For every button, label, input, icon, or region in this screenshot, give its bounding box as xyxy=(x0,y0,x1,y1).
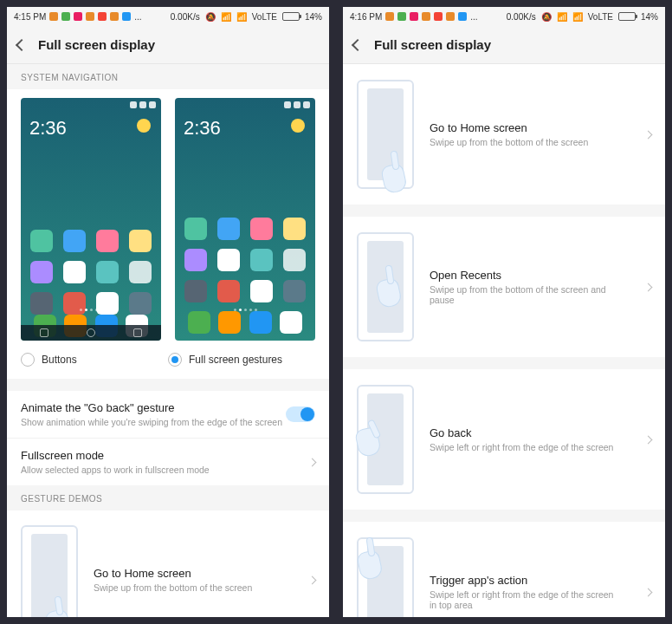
demo-subtitle: Swipe left or right from the edge of the… xyxy=(430,589,621,610)
page-header: Full screen display xyxy=(7,26,329,64)
sun-icon xyxy=(291,119,305,133)
gesture-illustration xyxy=(357,537,414,617)
chevron-right-icon xyxy=(644,435,653,444)
demo-go-back[interactable]: Go back Swipe left or right from the edg… xyxy=(343,369,665,510)
page-header: Full screen display xyxy=(343,26,665,64)
section-label-navigation: SYSTEM NAVIGATION xyxy=(7,64,329,89)
status-app-icon xyxy=(74,12,82,21)
status-battery-pct: 14% xyxy=(641,12,658,22)
status-app-icon xyxy=(49,12,58,21)
status-app-icon xyxy=(434,12,443,21)
status-app-icon xyxy=(86,12,94,21)
chevron-right-icon xyxy=(308,458,317,466)
demo-subtitle: Swipe up from the bottom of the screen xyxy=(94,582,285,593)
radio-icon xyxy=(21,353,35,367)
demo-go-to-home[interactable]: Go to Home screen Swipe up from the bott… xyxy=(7,510,329,617)
navigation-preview-row: 2:36 2:36 xyxy=(7,89,329,346)
back-icon[interactable] xyxy=(16,38,28,50)
radio-label: Buttons xyxy=(42,354,77,366)
demo-title: Open Recents xyxy=(430,269,621,282)
navigation-mode-radios: Buttons Full screen gestures xyxy=(7,346,329,379)
phone-left: 4:15 PM ... 0.00K/s 🔕 📶 📶 VoLTE 14% Full… xyxy=(7,7,329,617)
phone-right: 4:16 PM ... 0.00K/s 🔕 📶 📶 VoLTE 14% Full… xyxy=(343,7,665,617)
demo-go-to-home[interactable]: Go to Home screen Swipe up from the bott… xyxy=(343,64,665,205)
hand-icon xyxy=(355,544,384,579)
demo-title: Go to Home screen xyxy=(94,567,285,580)
status-more: ... xyxy=(470,12,477,22)
gesture-illustration xyxy=(21,525,78,617)
status-time: 4:16 PM xyxy=(350,12,382,22)
status-volte: VoLTE xyxy=(588,12,613,22)
scroll-content[interactable]: Go to Home screen Swipe up from the bott… xyxy=(343,64,665,617)
toggle-on-icon[interactable] xyxy=(286,406,315,422)
battery-icon xyxy=(618,12,636,21)
setting-animate-go-back[interactable]: Animate the "Go back" gesture Show anima… xyxy=(7,391,329,438)
hand-icon xyxy=(379,158,409,192)
demo-title: Go back xyxy=(430,426,621,439)
chevron-right-icon xyxy=(644,588,653,596)
demo-title: Go to Home screen xyxy=(430,121,621,134)
status-app-icon xyxy=(122,12,131,21)
page-title: Full screen display xyxy=(374,37,491,52)
chevron-right-icon xyxy=(644,283,653,291)
android-navbar xyxy=(21,325,161,341)
setting-subtitle: Allow selected apps to work in fullscree… xyxy=(21,465,300,475)
demo-subtitle: Swipe up from the bottom of the screen a… xyxy=(430,284,621,305)
back-icon[interactable] xyxy=(352,38,364,50)
radio-buttons[interactable]: Buttons xyxy=(21,353,168,367)
dnd-icon: 🔕 xyxy=(541,12,552,22)
wifi-icon: 📶 xyxy=(221,12,231,22)
setting-fullscreen-mode[interactable]: Fullscreen mode Allow selected apps to w… xyxy=(7,438,329,485)
status-app-icon xyxy=(422,12,430,21)
setting-title: Fullscreen mode xyxy=(21,449,300,462)
hand-icon xyxy=(43,603,73,617)
chevron-right-icon xyxy=(644,130,653,139)
status-bar: 4:15 PM ... 0.00K/s 🔕 📶 📶 VoLTE 14% xyxy=(7,7,329,26)
setting-title: Animate the "Go back" gesture xyxy=(21,401,286,414)
setting-subtitle: Show animation while you're swiping from… xyxy=(21,417,286,427)
preview-buttons[interactable]: 2:36 xyxy=(21,98,161,341)
signal-icon: 📶 xyxy=(572,12,583,22)
chevron-right-icon xyxy=(308,575,317,584)
wifi-icon: 📶 xyxy=(557,12,567,22)
status-app-icon xyxy=(385,12,394,21)
signal-icon: 📶 xyxy=(236,12,247,22)
radio-icon xyxy=(168,353,182,367)
status-app-icon xyxy=(98,12,107,21)
status-app-icon xyxy=(458,12,467,21)
page-title: Full screen display xyxy=(38,37,155,52)
status-bar: 4:16 PM ... 0.00K/s 🔕 📶 📶 VoLTE 14% xyxy=(343,7,665,26)
hand-icon xyxy=(374,272,404,307)
status-battery-pct: 14% xyxy=(305,12,322,22)
demo-title: Trigger app's action xyxy=(430,574,621,587)
status-time: 4:15 PM xyxy=(14,12,46,22)
status-app-icon xyxy=(446,12,455,21)
battery-icon xyxy=(282,12,300,21)
status-netspeed: 0.00K/s xyxy=(171,12,200,22)
radio-full-screen-gestures[interactable]: Full screen gestures xyxy=(168,353,315,367)
gesture-illustration xyxy=(357,80,414,189)
demo-open-recents[interactable]: Open Recents Swipe up from the bottom of… xyxy=(343,217,665,357)
status-app-icon xyxy=(110,12,119,21)
dnd-icon: 🔕 xyxy=(205,12,216,22)
demo-subtitle: Swipe up from the bottom of the screen xyxy=(430,137,621,147)
status-app-icon xyxy=(61,12,70,21)
gesture-illustration xyxy=(357,232,414,341)
hand-icon xyxy=(353,421,383,456)
status-more: ... xyxy=(134,12,141,22)
radio-label: Full screen gestures xyxy=(189,354,282,366)
status-app-icon xyxy=(410,12,418,21)
demo-trigger-app-action[interactable]: Trigger app's action Swipe left or right… xyxy=(343,522,665,617)
status-app-icon xyxy=(397,12,406,21)
status-volte: VoLTE xyxy=(252,12,277,22)
sun-icon xyxy=(137,119,151,133)
scroll-content[interactable]: SYSTEM NAVIGATION 2:36 xyxy=(7,64,329,617)
status-netspeed: 0.00K/s xyxy=(507,12,536,22)
section-label-demos: GESTURE DEMOS xyxy=(7,485,329,510)
gesture-illustration xyxy=(357,385,414,494)
preview-gestures[interactable]: 2:36 xyxy=(175,98,315,341)
demo-subtitle: Swipe left or right from the edge of the… xyxy=(430,442,621,452)
